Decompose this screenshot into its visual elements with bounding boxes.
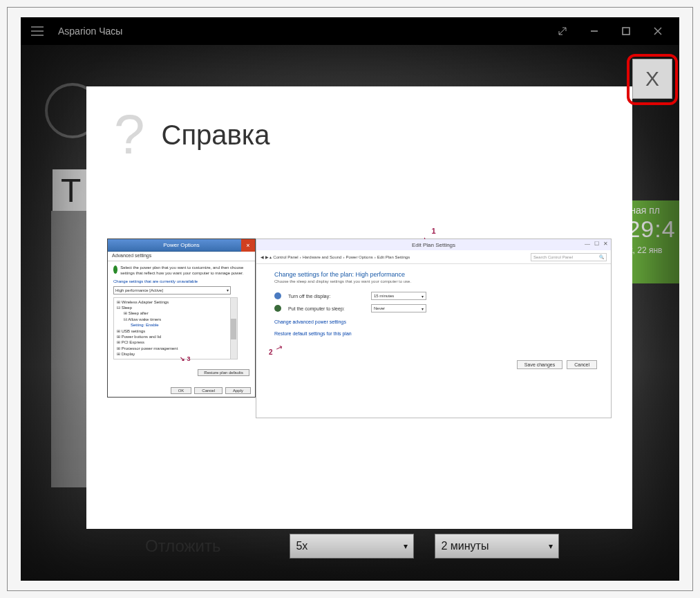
annotation-marker-3: ↘ 3 [180, 355, 191, 364]
titlebar: Asparion Часы [21, 17, 679, 45]
snooze-label: Отложить [145, 536, 220, 556]
shot2-search-box: Search Control Panel🔍 [531, 253, 607, 261]
help-image-power-options: Power Options × Advanced settings Select… [107, 239, 256, 398]
shot1-plan-select: High performance [Active]▾ [113, 286, 231, 295]
shot1-titlebar: Power Options × [108, 239, 255, 252]
shot2-heading: Change settings for the plan: High perfo… [274, 271, 593, 278]
question-icon: ? [114, 107, 145, 162]
shot2-row2-select: Never▾ [371, 304, 426, 312]
bottom-controls: Отложить 5x ▾ 2 минуты ▾ [145, 532, 624, 560]
snooze-interval-value: 2 минуты [441, 540, 489, 552]
svg-rect-0 [623, 28, 630, 35]
shot2-row1-select: 15 minutes▾ [371, 292, 426, 300]
shot1-apply-button: Apply [225, 387, 251, 394]
annotation-marker-2: 2 [269, 348, 273, 356]
shot1-plan-value: High performance [Active] [115, 288, 163, 292]
shot1-desc: Select the power plan that you want to c… [120, 265, 249, 277]
annotation-marker-1: 1 [431, 227, 435, 235]
expand-icon[interactable] [547, 20, 578, 42]
minimize-button[interactable] [578, 20, 610, 42]
power-icon [113, 265, 117, 274]
shot2-sub: Choose the sleep and display settings th… [274, 279, 593, 283]
shot2-save-button: Save changes [517, 360, 562, 369]
shot1-ok-button: OK [171, 387, 192, 394]
chevron-down-icon: ▾ [404, 541, 408, 551]
help-close-button[interactable]: X [632, 59, 672, 99]
help-content: Power Options × Advanced settings Select… [107, 239, 612, 425]
shot2-title-text: Edit Plan Settings [412, 242, 455, 248]
app-title: Asparion Часы [58, 26, 122, 37]
snooze-interval-select[interactable]: 2 минуты ▾ [435, 534, 559, 559]
help-dialog: ? Справка Power Options × Advanced setti… [86, 86, 632, 529]
menu-icon[interactable] [26, 20, 48, 42]
shot1-link: Change settings that are currently unava… [113, 279, 249, 283]
shot1-tab: Advanced settings [108, 252, 255, 261]
snooze-count-select[interactable]: 5x ▾ [290, 534, 414, 559]
shot2-link-restore: Restore default settings for this plan [274, 331, 593, 336]
close-icon: X [645, 67, 659, 91]
shot1-close-icon: × [241, 239, 255, 252]
shot1-settings-tree: ⊞ Wireless Adapter Settings ⊟ Sleep ⊞ Sl… [113, 297, 238, 359]
chevron-down-icon: ▾ [549, 541, 553, 551]
shot1-restore-button: Restore plan defaults [198, 369, 249, 376]
help-image-edit-plan: 1 ↘ Edit Plan Settings —☐✕ ◀ ▶ ▴ Control… [256, 239, 612, 418]
help-title: Справка [162, 120, 270, 151]
shot2-row1-label: Turn off the display: [288, 294, 364, 299]
display-icon [274, 292, 281, 299]
sleep-icon [274, 305, 281, 312]
shot2-titlebar: Edit Plan Settings —☐✕ [256, 239, 611, 250]
shot2-cancel-button: Cancel [567, 360, 597, 369]
annotation-arrow-2: ↗ [274, 342, 284, 354]
close-button[interactable] [642, 20, 674, 42]
shot2-breadcrumb: ◀ ▶ ▴ Control Panel› Hardware and Sound›… [256, 250, 611, 264]
shot1-cancel-button: Cancel [194, 387, 223, 394]
shot1-title-text: Power Options [163, 242, 199, 248]
snooze-count-value: 5x [296, 540, 308, 552]
shot2-row2-label: Put the computer to sleep: [288, 306, 364, 311]
shot2-link-advanced: Change advanced power settings [274, 319, 593, 324]
maximize-button[interactable] [610, 20, 642, 42]
